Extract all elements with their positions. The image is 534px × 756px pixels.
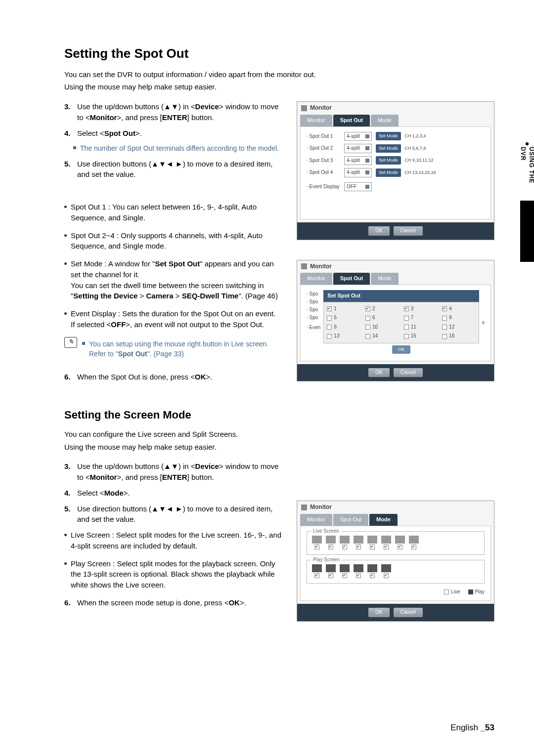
checkbox-icon[interactable] bbox=[327, 325, 332, 330]
checkbox-icon[interactable] bbox=[328, 573, 333, 578]
checkbox-icon[interactable] bbox=[404, 306, 409, 311]
tab-spot-out[interactable]: Spot Out bbox=[333, 514, 368, 526]
tab-spot-out[interactable]: Spot Out bbox=[333, 273, 370, 285]
ok-button[interactable]: OK bbox=[368, 368, 389, 378]
checkbox-icon[interactable] bbox=[328, 545, 333, 549]
checkbox-icon[interactable] bbox=[411, 545, 416, 549]
checkbox-icon[interactable] bbox=[404, 325, 409, 330]
channel-num: 5 bbox=[334, 314, 337, 322]
step5: Use direction buttons (▲▼◄ ►) to move to… bbox=[77, 159, 285, 180]
tab-mode[interactable]: Mode bbox=[371, 115, 399, 126]
channel-cell[interactable]: 13 bbox=[327, 333, 360, 340]
split-mode-option[interactable] bbox=[367, 536, 377, 549]
checkbox-icon[interactable] bbox=[398, 545, 402, 549]
tab-mode[interactable]: Mode bbox=[369, 514, 398, 526]
channel-cell[interactable]: 14 bbox=[365, 333, 399, 340]
ok-button[interactable]: OK bbox=[392, 345, 410, 354]
checkbox-icon[interactable] bbox=[356, 573, 361, 578]
lead-screen-mode: You can configure the Live screen and Sp… bbox=[64, 429, 494, 440]
mode-select[interactable]: 4-split bbox=[344, 156, 372, 166]
split-mode-option[interactable] bbox=[409, 536, 419, 549]
ok-button[interactable]: OK bbox=[368, 226, 389, 236]
split-mode-option[interactable] bbox=[326, 564, 336, 578]
split-icon bbox=[354, 564, 363, 572]
note-icon: ✎ bbox=[64, 337, 77, 348]
channel-cell[interactable]: 9 bbox=[327, 324, 360, 331]
channel-cell[interactable]: 8 bbox=[442, 314, 476, 322]
checkbox-icon[interactable] bbox=[442, 306, 447, 311]
tab-monitor[interactable]: Monitor bbox=[300, 115, 332, 126]
bullet-icon bbox=[64, 562, 67, 565]
channel-cell[interactable]: 11 bbox=[404, 324, 438, 331]
close-icon[interactable] bbox=[301, 504, 307, 510]
checkbox-icon[interactable] bbox=[314, 573, 319, 578]
mode-select[interactable]: 4-split bbox=[344, 144, 372, 153]
split-mode-option[interactable] bbox=[312, 536, 322, 549]
checkbox-icon[interactable] bbox=[442, 316, 447, 321]
tab-monitor[interactable]: Monitor bbox=[300, 273, 332, 285]
checkbox-icon[interactable] bbox=[365, 306, 370, 311]
close-icon[interactable] bbox=[301, 105, 307, 111]
channel-cell[interactable]: 7 bbox=[404, 314, 438, 322]
monitor-dialog-mode: Monitor Monitor Spot Out Mode Live Scree… bbox=[297, 501, 494, 621]
channel-cell[interactable]: 10 bbox=[365, 324, 399, 331]
channel-cell[interactable]: 15 bbox=[404, 333, 438, 340]
checkbox-icon[interactable] bbox=[314, 545, 319, 549]
step-num: 4. bbox=[64, 128, 73, 139]
tab-monitor[interactable]: Monitor bbox=[300, 514, 332, 526]
channel-cell[interactable]: 1 bbox=[327, 305, 360, 313]
split-mode-option[interactable] bbox=[381, 536, 391, 549]
channel-cell[interactable]: 5 bbox=[327, 314, 360, 322]
split-mode-option[interactable] bbox=[326, 536, 336, 549]
set-mode-button[interactable]: Set Mode bbox=[376, 144, 401, 153]
checkbox-icon[interactable] bbox=[327, 306, 332, 311]
checkbox-icon[interactable] bbox=[365, 325, 370, 330]
checkbox-icon[interactable] bbox=[365, 334, 370, 339]
checkbox-icon[interactable] bbox=[384, 545, 389, 549]
split-mode-option[interactable] bbox=[354, 564, 363, 578]
tab-spot-out[interactable]: Spot Out bbox=[333, 115, 370, 126]
checkbox-icon[interactable] bbox=[342, 545, 347, 549]
checkbox-icon[interactable] bbox=[442, 334, 447, 339]
lead-spot-out: You can set the DVR to output informatio… bbox=[64, 69, 494, 80]
cancel-button[interactable]: Cancel bbox=[394, 608, 423, 617]
split-mode-option[interactable] bbox=[381, 564, 391, 578]
split-mode-option[interactable] bbox=[312, 564, 322, 578]
channel-cell[interactable]: 16 bbox=[442, 333, 476, 340]
split-mode-option[interactable] bbox=[367, 564, 377, 578]
split-mode-option[interactable] bbox=[354, 536, 363, 549]
close-icon[interactable] bbox=[301, 263, 307, 269]
checkbox-icon[interactable] bbox=[342, 573, 347, 578]
ok-button[interactable]: OK bbox=[368, 608, 389, 617]
checkbox-icon[interactable] bbox=[404, 334, 409, 339]
event-select[interactable]: OFF bbox=[344, 182, 372, 192]
split-icon bbox=[340, 536, 350, 544]
set-mode-button[interactable]: Set Mode bbox=[376, 156, 401, 165]
mode-select[interactable]: 4-split bbox=[344, 168, 372, 177]
checkbox-icon[interactable] bbox=[356, 545, 361, 549]
split-mode-option[interactable] bbox=[340, 564, 350, 578]
checkbox-icon[interactable] bbox=[370, 573, 375, 578]
channel-cell[interactable]: 4 bbox=[442, 305, 476, 313]
channel-cell[interactable]: 6 bbox=[365, 314, 399, 322]
checkbox-icon[interactable] bbox=[370, 545, 375, 549]
cancel-button[interactable]: Cancel bbox=[394, 368, 423, 378]
split-mode-option[interactable] bbox=[340, 536, 350, 549]
set-mode-button[interactable]: Set Mode bbox=[376, 132, 401, 140]
split-mode-option[interactable] bbox=[395, 536, 405, 549]
checkbox-icon[interactable] bbox=[327, 334, 332, 339]
checkbox-icon[interactable] bbox=[404, 316, 409, 321]
split-icon bbox=[409, 536, 419, 544]
checkbox-icon[interactable] bbox=[327, 316, 332, 321]
checkbox-icon[interactable] bbox=[384, 573, 389, 578]
channel-cell[interactable]: 2 bbox=[365, 305, 399, 313]
checkbox-icon[interactable] bbox=[365, 316, 370, 321]
mode-select[interactable]: 4-split bbox=[344, 132, 372, 141]
set-mode-button[interactable]: Set Mode bbox=[376, 168, 401, 177]
checkbox-icon[interactable] bbox=[442, 325, 447, 330]
step-num: 3. bbox=[64, 101, 73, 123]
channel-cell[interactable]: 12 bbox=[442, 324, 476, 331]
tab-mode[interactable]: Mode bbox=[371, 273, 399, 285]
cancel-button[interactable]: Cancel bbox=[394, 226, 423, 236]
channel-cell[interactable]: 3 bbox=[404, 305, 438, 313]
